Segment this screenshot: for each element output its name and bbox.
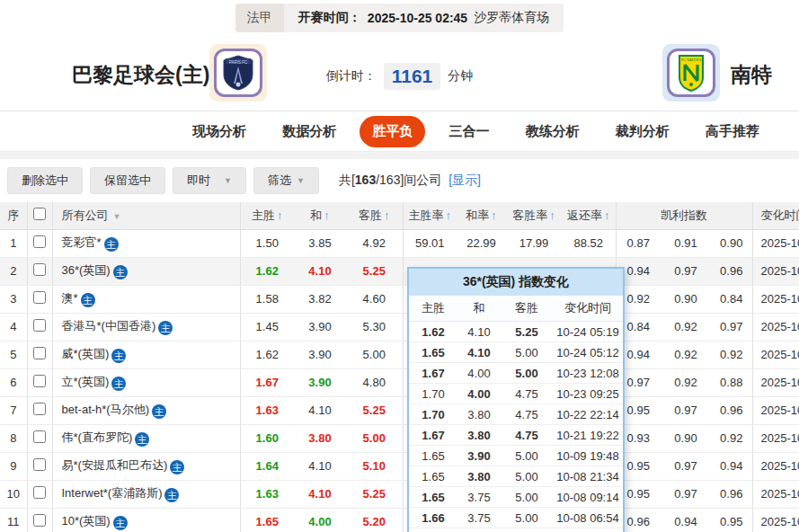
company-name[interactable]: 易*(安提瓜和巴布达)主 — [52, 452, 240, 480]
time-mode-dropdown[interactable]: 即时 ▼ — [173, 167, 246, 194]
popup-draw-odds: 3.80 — [457, 470, 501, 483]
show-link[interactable]: [显示] — [448, 173, 481, 187]
filter-dropdown[interactable]: 筛选 ▼ — [253, 167, 319, 194]
popup-draw-odds: 3.75 — [457, 511, 501, 525]
header-draw-odds[interactable]: 和↑ — [294, 202, 346, 229]
odds-value[interactable]: 1.62 — [240, 257, 294, 285]
odds-value[interactable]: 5.25 — [346, 257, 403, 285]
odds-value[interactable]: 1.45 — [240, 313, 294, 341]
row-checkbox[interactable] — [33, 291, 46, 304]
company-name[interactable]: bet-at-h*(马尔他)主 — [52, 396, 240, 424]
row-select — [27, 508, 52, 532]
row-checkbox[interactable] — [33, 375, 46, 387]
row-checkbox[interactable] — [33, 235, 46, 248]
odds-value[interactable]: 4.92 — [346, 229, 403, 257]
header-home-odds[interactable]: 主胜↑ — [240, 202, 294, 229]
odds-value[interactable]: 5.25 — [346, 396, 403, 424]
odds-value[interactable]: 5.20 — [346, 508, 403, 532]
odds-value[interactable]: 1.50 — [240, 229, 294, 257]
table-row[interactable]: 7bet-at-h*(马尔他)主1.634.105.250.950.970.96… — [0, 396, 799, 424]
odds-value[interactable]: 1.60 — [240, 424, 294, 452]
popup-row: 1.674.005.0010-23 12:08 — [409, 363, 623, 384]
table-row[interactable]: 9易*(安提瓜和巴布达)主1.644.105.100.950.970.94202… — [0, 452, 799, 480]
odds-value[interactable]: 3.90 — [294, 341, 346, 368]
popup-away-odds: 4.75 — [501, 429, 553, 442]
odds-value[interactable]: 3.80 — [294, 424, 346, 452]
nav-tab-1[interactable]: 现场分析 — [180, 116, 259, 147]
odds-value[interactable]: 3.85 — [294, 229, 346, 257]
company-name[interactable]: 威*(英国)主 — [52, 341, 240, 368]
odds-value[interactable]: 1.65 — [240, 508, 294, 532]
odds-value[interactable]: 1.62 — [240, 341, 294, 368]
odds-value[interactable]: 1.64 — [240, 452, 294, 480]
row-checkbox[interactable] — [33, 347, 46, 359]
delete-selected-button[interactable]: 删除选中 — [7, 167, 83, 194]
odds-value[interactable]: 3.82 — [294, 285, 346, 313]
header-company[interactable]: 所有公司▼ — [52, 202, 240, 229]
odds-value[interactable]: 5.00 — [346, 424, 403, 452]
odds-value[interactable]: 4.10 — [294, 452, 346, 480]
odds-value[interactable]: 4.10 — [294, 480, 346, 508]
company-name[interactable]: 竞彩官*主 — [52, 229, 240, 257]
odds-value[interactable]: 4.00 — [294, 508, 346, 532]
header-away-rate[interactable]: 客胜率↑ — [506, 202, 562, 229]
header-home-rate[interactable]: 主胜率↑ — [403, 202, 457, 229]
keep-selected-button[interactable]: 保留选中 — [90, 167, 165, 194]
company-name[interactable]: 立*(英国)主 — [52, 368, 240, 396]
header-away-odds[interactable]: 客胜↑ — [346, 202, 403, 229]
popup-draw-odds: 4.10 — [457, 346, 501, 359]
company-name[interactable]: 伟*(直布罗陀)主 — [52, 424, 240, 452]
row-checkbox[interactable] — [33, 430, 46, 443]
odds-value[interactable]: 4.10 — [294, 396, 346, 424]
header-return-rate[interactable]: 返还率↑ — [562, 202, 616, 229]
row-checkbox[interactable] — [33, 486, 46, 499]
odds-value[interactable]: 3.90 — [294, 368, 346, 396]
nav-tab-2[interactable]: 数据分析 — [270, 116, 349, 147]
nav-tab-5[interactable]: 教练分析 — [513, 116, 592, 147]
header-draw-rate[interactable]: 和率↑ — [457, 202, 506, 229]
popup-title: 36*(英国) 指数变化 — [409, 269, 623, 296]
odds-value[interactable]: 5.25 — [346, 480, 403, 508]
company-name[interactable]: 香港马*(中国香港)主 — [52, 313, 240, 341]
fc-nantes-crest-icon: FC NANTES — [667, 49, 715, 97]
odds-value[interactable]: 1.58 — [240, 285, 294, 313]
odds-value[interactable]: 5.30 — [346, 313, 403, 341]
company-name[interactable]: 36*(英国)主 — [52, 257, 240, 285]
odds-value[interactable]: 4.60 — [346, 285, 403, 313]
table-row[interactable]: 10Interwet*(塞浦路斯)主1.634.105.250.950.970.… — [0, 480, 799, 508]
row-checkbox[interactable] — [33, 263, 46, 276]
table-row[interactable]: 1竞彩官*主1.503.854.9259.0122.9917.9988.520.… — [0, 229, 799, 257]
table-row[interactable]: 3澳*主1.583.824.600.920.900.842025-10-2 — [0, 285, 799, 313]
company-name[interactable]: 澳*主 — [52, 285, 240, 313]
kickoff-time: 2025-10-25 02:45 — [368, 11, 467, 25]
company-name[interactable]: 10*(英国)主 — [52, 508, 240, 532]
table-row[interactable]: 4香港马*(中国香港)主1.453.905.300.840.920.972025… — [0, 313, 799, 341]
nav-tab-7[interactable]: 高手推荐 — [693, 116, 772, 147]
odds-value[interactable]: 1.67 — [240, 368, 294, 396]
odds-value[interactable]: 5.10 — [346, 452, 403, 480]
odds-value[interactable]: 4.10 — [294, 257, 346, 285]
row-select — [27, 424, 52, 452]
table-row[interactable]: 5威*(英国)主1.623.905.000.940.920.922025-10-… — [0, 341, 799, 368]
nav-tab-4[interactable]: 三合一 — [436, 116, 502, 147]
home-badge-icon: 主 — [152, 404, 166, 419]
row-checkbox[interactable] — [33, 319, 46, 332]
popup-change-time: 10-09 19:48 — [553, 449, 623, 463]
company-name[interactable]: Interwet*(塞浦路斯)主 — [52, 480, 240, 508]
odds-value[interactable]: 3.90 — [294, 313, 346, 341]
odds-value[interactable]: 5.00 — [346, 341, 403, 368]
select-all-checkbox[interactable] — [33, 208, 46, 220]
row-checkbox[interactable] — [33, 514, 46, 527]
table-row[interactable]: 6立*(英国)主1.673.904.800.970.920.882025-10-… — [0, 368, 799, 396]
odds-value[interactable]: 1.63 — [240, 480, 294, 508]
table-row[interactable]: 236*(英国)主1.624.105.250.940.970.962025-10… — [0, 257, 799, 285]
nav-tab-3[interactable]: 胜平负 — [360, 116, 425, 147]
odds-value[interactable]: 1.63 — [240, 396, 294, 424]
odds-value[interactable]: 4.80 — [346, 368, 403, 396]
nav-tab-6[interactable]: 裁判分析 — [603, 116, 682, 147]
table-row[interactable]: 1110*(英国)主1.654.005.200.960.940.952025-1… — [0, 508, 799, 532]
odds-table: 序 所有公司▼ 主胜↑ 和↑ 客胜↑ 主胜率↑ 和率↑ 客胜率↑ 返还率↑ 凯利… — [0, 202, 799, 532]
table-row[interactable]: 8伟*(直布罗陀)主1.603.805.000.930.900.922025-1… — [0, 424, 799, 452]
row-checkbox[interactable] — [33, 458, 46, 471]
row-checkbox[interactable] — [33, 403, 46, 415]
